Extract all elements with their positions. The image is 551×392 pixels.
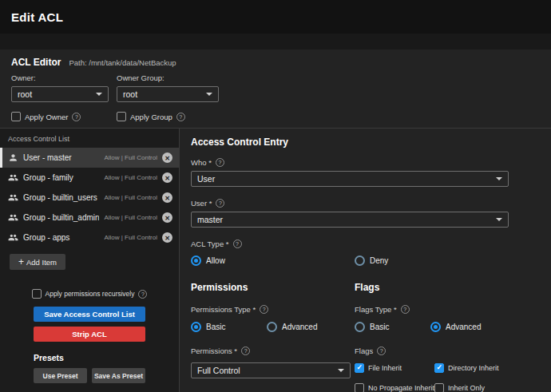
file-inherit-label: File Inherit (368, 364, 402, 372)
flags-type-basic-radio[interactable]: Basic (355, 322, 430, 332)
apply-recursively-label: Apply permissions recursively (46, 290, 135, 298)
help-icon[interactable] (176, 113, 185, 121)
edit-acl-card: ACL Editor Path: /mnt/tank/data/NetBacku… (0, 49, 551, 392)
owner-label: Owner: (11, 73, 109, 82)
acl-type-deny-radio[interactable]: Deny (355, 255, 540, 266)
user-select[interactable]: master (191, 212, 509, 228)
apply-recursively-checkbox[interactable] (32, 289, 42, 299)
help-icon[interactable] (216, 199, 224, 208)
file-inherit-checkbox[interactable] (355, 363, 364, 373)
ace-list-item[interactable]: Group - family Allow | Full Control (0, 168, 179, 188)
remove-ace-icon[interactable] (162, 152, 172, 163)
acl-type-allow-radio[interactable]: Allow (191, 255, 355, 266)
directory-inherit-checkbox-row[interactable]: Directory Inherit (434, 363, 540, 373)
acl-editor-section: ACL Editor Path: /mnt/tank/data/NetBacku… (0, 49, 551, 128)
inherit-only-checkbox[interactable] (434, 383, 444, 392)
permissions-select-value: Full Control (197, 366, 240, 375)
acl-editor-title: ACL Editor (11, 57, 61, 68)
ace-list-item[interactable]: Group - apps Allow | Full Control (0, 228, 179, 247)
apply-group-checkbox-row[interactable]: Apply Group (117, 112, 219, 121)
inherit-only-label: Inherit Only (448, 384, 485, 392)
chevron-down-icon (96, 93, 102, 96)
access-control-entry-panel: Access Control Entry Who * User User * m… (180, 129, 551, 392)
no-propagate-inherit-checkbox-row[interactable]: No Propagate Inherit (355, 383, 434, 392)
ace-detail: Allow | Full Control (104, 154, 157, 161)
no-propagate-inherit-checkbox[interactable] (355, 383, 364, 392)
permissions-column: Permissions Permissions Type * Basic Adv… (191, 282, 355, 392)
acl-type-label: ACL Type * (191, 240, 229, 248)
permissions-type-basic-radio[interactable]: Basic (191, 322, 267, 332)
owner-select[interactable]: root (11, 86, 109, 102)
remove-ace-icon[interactable] (162, 212, 172, 223)
chevron-down-icon (338, 369, 344, 372)
save-acl-button[interactable]: Save Access Control List (34, 307, 145, 322)
file-inherit-checkbox-row[interactable]: File Inherit (355, 363, 434, 373)
ace-name: Group - apps (23, 233, 99, 242)
apply-group-checkbox[interactable] (117, 112, 126, 121)
group-icon (8, 232, 18, 243)
group-icon (8, 172, 18, 183)
radio-icon[interactable] (267, 322, 277, 332)
apply-owner-checkbox[interactable] (11, 112, 21, 121)
help-icon[interactable] (216, 158, 224, 167)
user-select-value: master (197, 215, 223, 224)
no-propagate-inherit-label: No Propagate Inherit (368, 384, 434, 392)
apply-group-label: Apply Group (130, 113, 172, 121)
help-icon[interactable] (241, 346, 250, 355)
radio-icon[interactable] (355, 322, 365, 332)
radio-icon[interactable] (191, 322, 201, 332)
flags-label: Flags (355, 346, 373, 355)
use-preset-button[interactable]: Use Preset (34, 368, 87, 383)
help-icon[interactable] (401, 305, 410, 314)
chevron-down-icon (496, 177, 502, 180)
help-icon[interactable] (233, 240, 242, 248)
flags-type-advanced-radio[interactable]: Advanced (430, 322, 540, 332)
add-item-button[interactable]: Add Item (10, 254, 65, 270)
remove-ace-icon[interactable] (162, 172, 172, 183)
flags-type-advanced-label: Advanced (446, 323, 481, 331)
help-icon[interactable] (72, 113, 81, 121)
inherit-only-checkbox-row[interactable]: Inherit Only (434, 383, 540, 392)
ace-name: Group - builtin_users (23, 193, 99, 202)
ace-list-item[interactable]: Group - builtin_administrators Allow | F… (0, 208, 179, 228)
save-as-preset-button[interactable]: Save As Preset (92, 368, 145, 383)
apply-owner-label: Apply Owner (25, 113, 68, 121)
chevron-down-icon (496, 218, 502, 221)
apply-owner-checkbox-row[interactable]: Apply Owner (11, 112, 109, 121)
ace-name: User - master (23, 153, 99, 162)
help-icon[interactable] (377, 346, 386, 355)
remove-ace-icon[interactable] (162, 232, 172, 243)
permissions-type-advanced-label: Advanced (282, 323, 317, 331)
directory-inherit-checkbox[interactable] (434, 363, 444, 373)
flags-type-label: Flags Type * (355, 305, 397, 314)
strip-acl-button[interactable]: Strip ACL (34, 327, 145, 342)
acl-type-allow-label: Allow (206, 256, 225, 265)
acl-type-deny-label: Deny (370, 256, 388, 265)
remove-ace-icon[interactable] (162, 192, 172, 203)
help-icon[interactable] (260, 305, 268, 314)
permissions-type-advanced-radio[interactable]: Advanced (267, 322, 355, 332)
ace-name: Group - family (23, 173, 99, 182)
who-select-value: User (197, 174, 215, 184)
permissions-title: Permissions (191, 282, 355, 293)
permissions-select[interactable]: Full Control (191, 362, 351, 378)
help-icon[interactable] (138, 290, 147, 299)
radio-icon[interactable] (355, 255, 365, 266)
page-title: Edit ACL (11, 10, 63, 24)
user-icon (8, 152, 18, 163)
apply-recursively-checkbox-row[interactable]: Apply permissions recursively (34, 289, 145, 299)
owner-group-select[interactable]: root (117, 86, 219, 102)
flags-type-basic-label: Basic (370, 323, 389, 331)
radio-icon[interactable] (430, 322, 441, 332)
ace-list-item[interactable]: Group - builtin_users Allow | Full Contr… (0, 188, 179, 208)
flags-title: Flags (355, 282, 540, 293)
chevron-down-icon (206, 93, 212, 96)
radio-icon[interactable] (191, 255, 201, 266)
path-value: /mnt/tank/data/NetBackup (89, 58, 176, 67)
ace-list-item[interactable]: User - master Allow | Full Control (0, 148, 179, 168)
permissions-type-label: Permissions Type * (191, 305, 256, 314)
path-text: Path: /mnt/tank/data/NetBackup (69, 58, 176, 67)
who-select[interactable]: User (191, 171, 509, 187)
flags-column: Flags Flags Type * Basic Advanced (355, 282, 540, 392)
ace-detail: Allow | Full Control (104, 234, 157, 241)
